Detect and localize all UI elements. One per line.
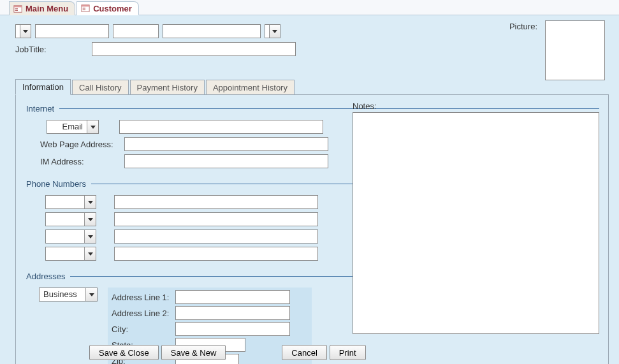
tab-appointment-history[interactable]: Appointment History: [206, 80, 295, 95]
document-tab-bar: Main Menu Customer: [0, 0, 619, 15]
jobtitle-input[interactable]: [92, 42, 296, 56]
title-combo-dropdown[interactable]: [20, 24, 31, 38]
phone-type-combo-4[interactable]: [45, 247, 96, 261]
doc-tab-main-menu[interactable]: Main Menu: [9, 1, 75, 15]
phone-type-combo-2[interactable]: [45, 212, 96, 226]
form-icon: [13, 4, 22, 13]
picture-label: Picture:: [509, 22, 537, 31]
address-line1-label: Address Line 1:: [112, 293, 175, 302]
notes-block: Notes:: [353, 101, 599, 336]
customer-form-window: Main Menu Customer: [0, 0, 619, 364]
svg-rect-7: [83, 10, 85, 10]
phone-input-3[interactable]: [114, 229, 318, 244]
picture-box[interactable]: [545, 20, 605, 80]
footer-button-bar: Save & Close Save & New Cancel Print: [89, 345, 366, 360]
print-button[interactable]: Print: [330, 345, 366, 360]
group-internet-legend: Internet: [25, 104, 59, 113]
address-city-input[interactable]: [175, 322, 290, 336]
svg-rect-2: [15, 8, 18, 9]
tab-panel-information: Internet Email: [15, 94, 609, 364]
tab-call-history[interactable]: Call History: [72, 80, 128, 95]
chevron-down-icon[interactable]: [84, 230, 96, 243]
email-type-value: Email: [47, 120, 87, 133]
notes-textarea[interactable]: [353, 112, 599, 334]
save-close-button[interactable]: Save & Close: [89, 345, 159, 360]
chevron-down-icon[interactable]: [84, 196, 96, 208]
address-line2-input[interactable]: [175, 306, 290, 320]
doc-tab-label: Main Menu: [25, 4, 68, 13]
tab-information[interactable]: Information: [15, 79, 71, 95]
suffix-combo-wrap: [265, 24, 280, 38]
suffix-combo-text[interactable]: [265, 24, 269, 38]
phone-type-combo-3[interactable]: [45, 229, 96, 244]
cancel-button[interactable]: Cancel: [282, 345, 326, 360]
phone-type-combo-1[interactable]: [45, 195, 96, 209]
address-type-combo[interactable]: Business: [39, 288, 98, 302]
svg-rect-3: [15, 10, 18, 10]
chevron-down-icon[interactable]: [87, 120, 98, 133]
group-phone-legend: Phone Numbers: [25, 179, 91, 189]
jobtitle-label: JobTitle:: [15, 45, 92, 54]
chevron-down-icon[interactable]: [85, 288, 97, 301]
webpage-input[interactable]: [124, 137, 328, 151]
middle-name-input[interactable]: [113, 24, 159, 38]
suffix-combo-dropdown[interactable]: [269, 24, 280, 38]
detail-tab-control: Information Call History Payment History…: [15, 78, 609, 364]
title-combo-text[interactable]: [15, 24, 20, 38]
notes-label: Notes:: [353, 101, 599, 111]
address-city-label: City:: [112, 324, 175, 334]
email-type-combo[interactable]: Email: [47, 120, 99, 134]
im-label: IM Address:: [25, 157, 124, 166]
address-line2-label: Address Line 2:: [112, 309, 175, 318]
form-body: JobTitle: Picture: Information Call Hist…: [0, 15, 619, 364]
chevron-down-icon[interactable]: [84, 213, 96, 226]
svg-rect-6: [83, 8, 85, 8]
im-input[interactable]: [124, 154, 328, 168]
email-input[interactable]: [119, 120, 323, 134]
picture-block: Picture:: [509, 20, 605, 80]
webpage-label: Web Page Address:: [25, 140, 124, 149]
group-addresses-legend: Addresses: [25, 272, 70, 281]
address-type-value: Business: [40, 288, 85, 301]
svg-rect-5: [82, 5, 89, 7]
chevron-down-icon[interactable]: [84, 247, 96, 260]
phone-input-2[interactable]: [114, 212, 318, 226]
title-combo-wrap: [15, 24, 31, 38]
doc-tab-label: Customer: [93, 4, 132, 13]
doc-tab-customer[interactable]: Customer: [76, 1, 139, 15]
address-line1-input[interactable]: [175, 290, 290, 304]
phone-input-1[interactable]: [114, 195, 318, 209]
tab-payment-history[interactable]: Payment History: [130, 80, 205, 95]
save-new-button[interactable]: Save & New: [161, 345, 226, 360]
phone-input-4[interactable]: [114, 247, 318, 261]
last-name-input[interactable]: [163, 24, 261, 38]
first-name-input[interactable]: [35, 24, 109, 38]
form-icon: [81, 4, 90, 13]
svg-rect-1: [14, 5, 22, 7]
